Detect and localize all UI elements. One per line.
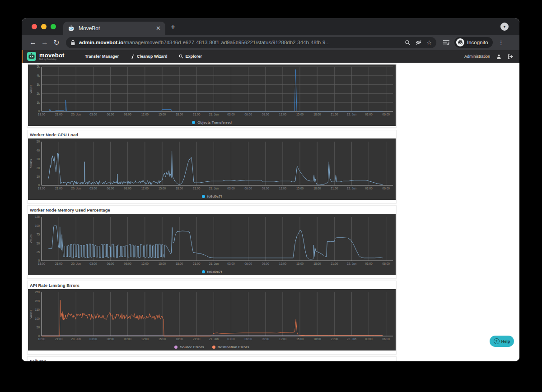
tab-title: MoveBot <box>79 25 156 32</box>
administration-link[interactable]: Administration <box>464 54 490 59</box>
api-errors-title: API Rate Limiting Errors <box>30 283 396 288</box>
svg-text:15:00: 15:00 <box>159 187 166 190</box>
svg-text:06:00: 06:00 <box>383 337 390 341</box>
svg-text:06:00: 06:00 <box>383 187 390 190</box>
svg-text:21:00: 21:00 <box>331 337 338 341</box>
eye-off-icon[interactable] <box>415 40 422 45</box>
legend-item[interactable]: fd6d0c7f <box>202 270 222 274</box>
svg-text:22. Jun: 22. Jun <box>347 187 357 190</box>
nav-transfer-manager[interactable]: Transfer Manager <box>85 54 119 59</box>
legend-dot-icon <box>174 346 178 349</box>
help-question-icon: ? <box>494 338 500 344</box>
legend-item[interactable]: Destination Errors <box>212 345 249 349</box>
svg-text:06:00: 06:00 <box>107 187 114 190</box>
svg-text:12:00: 12:00 <box>141 113 149 116</box>
nav-cleanup-wizard[interactable]: Cleanup Wizard <box>131 54 167 59</box>
svg-text:21:00: 21:00 <box>193 113 201 116</box>
forward-button[interactable]: → <box>39 38 51 46</box>
back-button[interactable]: ← <box>27 38 39 46</box>
svg-text:06:00: 06:00 <box>383 113 390 116</box>
tab-close-icon[interactable]: ✕ <box>156 25 161 31</box>
brand-tagline: Built by Couchdrop <box>39 59 65 61</box>
svg-text:21:00: 21:00 <box>193 337 201 341</box>
svg-text:20. Jun: 20. Jun <box>71 262 81 265</box>
svg-text:06:00: 06:00 <box>245 337 252 341</box>
svg-text:06:00: 06:00 <box>383 262 390 265</box>
svg-text:09:00: 09:00 <box>262 187 270 190</box>
cpu-load-chart: 0102030405018:0021:0020. Jun03:0006:0009… <box>28 138 396 200</box>
incognito-badge: Incognito <box>454 37 493 48</box>
svg-text:18:00: 18:00 <box>176 113 183 116</box>
svg-text:200: 200 <box>35 300 40 303</box>
new-tab-button[interactable]: + <box>171 23 175 32</box>
svg-text:12:00: 12:00 <box>279 187 287 190</box>
svg-text:10: 10 <box>37 175 40 178</box>
url-path: /manage/move/fb7d346d-e627-4813-80f1-ad9… <box>123 40 330 45</box>
svg-text:4k: 4k <box>37 74 40 77</box>
svg-text:15:00: 15:00 <box>296 113 304 116</box>
svg-text:06:00: 06:00 <box>107 262 114 265</box>
legend-dot-icon <box>202 195 205 198</box>
browser-window: MoveBot ✕ + ▼ ← → ↻ admin.movebot.io/man… <box>22 18 519 361</box>
svg-text:03:00: 03:00 <box>365 262 373 265</box>
svg-text:12:00: 12:00 <box>279 262 287 265</box>
svg-text:5k: 5k <box>37 65 40 68</box>
tab-search-button[interactable]: ▼ <box>500 23 509 31</box>
svg-text:12:00: 12:00 <box>141 187 149 190</box>
svg-text:30: 30 <box>37 157 40 161</box>
svg-text:21:00: 21:00 <box>331 187 338 190</box>
legend-label: Destination Errors <box>218 345 249 349</box>
svg-text:Values: Values <box>29 309 33 318</box>
svg-text:3k: 3k <box>37 83 40 86</box>
svg-text:09:00: 09:00 <box>262 262 270 265</box>
status-page: 01k2k3k4k5k18:0021:0020. Jun03:0006:0009… <box>22 63 519 361</box>
svg-text:18:00: 18:00 <box>38 262 46 265</box>
movebot-navbar: movebot Built by Couchdrop Transfer Mana… <box>22 50 519 63</box>
movebot-brand[interactable]: movebot Built by Couchdrop <box>27 52 65 61</box>
zoom-page-icon[interactable] <box>405 40 411 46</box>
svg-text:22. Jun: 22. Jun <box>347 113 357 116</box>
failures-title: Failures <box>30 359 396 361</box>
logout-icon[interactable] <box>508 54 513 59</box>
svg-text:03:00: 03:00 <box>89 187 97 190</box>
svg-text:03:00: 03:00 <box>365 113 373 116</box>
media-controls-icon[interactable] <box>443 39 450 46</box>
incognito-icon <box>456 38 464 46</box>
zoom-window-button[interactable] <box>51 24 56 29</box>
svg-text:20. Jun: 20. Jun <box>71 187 81 190</box>
svg-text:18:00: 18:00 <box>38 187 46 190</box>
legend-item[interactable]: fd6d0c7f <box>202 194 222 198</box>
memory-used-legend: fd6d0c7f <box>28 270 396 274</box>
reload-button[interactable]: ↻ <box>51 38 62 47</box>
browser-tab-strip: MoveBot ✕ + ▼ <box>22 18 519 35</box>
legend-item[interactable]: Objects Transferred <box>192 120 232 125</box>
legend-dot-icon <box>192 121 195 124</box>
browser-toolbar: ← → ↻ admin.movebot.io/manage/move/fb7d3… <box>22 35 519 50</box>
legend-label: fd6d0c7f <box>207 194 222 198</box>
help-button[interactable]: ? Help <box>490 336 514 347</box>
svg-text:21:00: 21:00 <box>193 262 201 265</box>
svg-text:21:00: 21:00 <box>55 187 63 190</box>
nav-explorer-label: Explorer <box>185 54 202 59</box>
movebot-favicon-icon <box>68 25 75 32</box>
svg-text:100: 100 <box>35 224 40 227</box>
legend-label: fd6d0c7f <box>207 270 222 274</box>
legend-dot-icon <box>212 346 215 349</box>
svg-text:03:00: 03:00 <box>365 187 373 190</box>
memory-used-chart: 025507510012518:0021:0020. Jun03:0006:00… <box>28 214 396 275</box>
cpu-load-title: Worker Node CPU Load <box>30 132 396 137</box>
minimize-window-button[interactable] <box>41 24 47 29</box>
help-button-label: Help <box>501 339 510 344</box>
svg-text:06:00: 06:00 <box>245 113 252 116</box>
window-controls <box>32 24 56 29</box>
browser-menu-icon[interactable]: ⋮ <box>498 39 504 46</box>
legend-item[interactable]: Source Errors <box>174 345 204 349</box>
address-bar[interactable]: admin.movebot.io/manage/move/fb7d346d-e6… <box>66 37 436 48</box>
svg-text:12:00: 12:00 <box>279 337 287 341</box>
close-window-button[interactable] <box>32 24 37 29</box>
bookmark-star-icon[interactable]: ☆ <box>426 39 432 46</box>
nav-explorer[interactable]: Explorer <box>179 54 202 59</box>
browser-tab[interactable]: MoveBot ✕ <box>63 22 165 35</box>
user-icon[interactable] <box>496 54 501 59</box>
svg-text:15:00: 15:00 <box>159 113 166 116</box>
